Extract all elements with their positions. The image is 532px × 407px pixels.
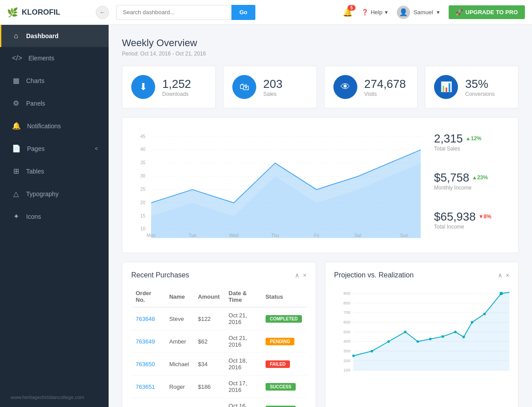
date-cell: Oct 21, 2016	[224, 307, 261, 330]
svg-text:Thu: Thu	[271, 233, 279, 238]
svg-text:30: 30	[141, 174, 146, 178]
date-cell: Oct 16, 2016	[224, 398, 261, 407]
back-button[interactable]: ←	[96, 6, 109, 19]
svg-text:25: 25	[141, 187, 146, 192]
total-income-trend: ▼8%	[478, 213, 491, 220]
projection-card: Projection vs. Realization ∧ × 900 800 7…	[325, 262, 519, 407]
svg-point-52	[462, 336, 465, 338]
search-area: Go	[116, 5, 293, 20]
collapse-icon[interactable]: ∧	[295, 272, 299, 279]
help-button[interactable]: ❓ Help ▾	[361, 9, 388, 16]
table-row: 763651 Roger $186 Oct 17, 2016 SUCCESS	[131, 375, 307, 398]
footer-text: www.heritagechristiancollege.com	[11, 395, 84, 400]
notification-button[interactable]: 🔔 5	[343, 8, 352, 17]
name-cell: Smith	[165, 398, 194, 407]
status-badge: FAILED	[266, 360, 290, 368]
projection-title: Projection vs. Realization	[334, 271, 414, 279]
purchases-controls: ∧ ×	[295, 272, 306, 279]
sidebar-label-dashboard: Dashboard	[26, 32, 59, 40]
sidebar-label-charts: Charts	[26, 77, 44, 84]
monthly-income-label: Monthly Income	[434, 185, 509, 191]
sidebar-item-panels[interactable]: ⚙ Panels	[0, 92, 109, 115]
sidebar-item-dashboard[interactable]: ⌂ Dashboard	[0, 25, 109, 47]
amount-cell: $122	[193, 307, 224, 330]
sidebar-item-tables[interactable]: ⊞ Tables	[0, 160, 109, 182]
help-label: Help	[371, 9, 383, 16]
projection-controls: ∧ ×	[498, 272, 509, 279]
monthly-income-stat: $5,758 ▲23% Monthly Income	[434, 171, 509, 191]
sidebar-item-typography[interactable]: △ Typography	[0, 182, 109, 205]
svg-text:45: 45	[141, 134, 146, 139]
status-cell: PENDING	[261, 330, 307, 353]
downloads-icon-circle: ⬇	[131, 75, 155, 99]
sidebar-label-panels: Panels	[26, 100, 45, 107]
user-label: Samuel	[414, 9, 433, 16]
purchases-table: Order No. Name Amount Date & Time Status…	[131, 286, 307, 407]
order-link[interactable]: 763649	[136, 338, 155, 345]
downloads-label: Downloads	[162, 91, 191, 97]
svg-text:300: 300	[343, 348, 350, 353]
logo: 🌿 KLOROFIL	[7, 7, 96, 18]
amount-cell: $186	[193, 375, 224, 398]
visits-value: 274,678	[364, 77, 406, 91]
upgrade-icon: 🚀	[456, 9, 463, 16]
sidebar-item-notifications[interactable]: 🔔 Notifications	[0, 115, 109, 137]
layout: ⌂ Dashboard </> Elements ▦ Charts ⚙ Pane…	[0, 25, 532, 407]
main-content: Weekly Overview Period: Oct 14, 2016 - O…	[109, 25, 532, 407]
svg-point-51	[454, 331, 457, 333]
user-chevron-icon: ▾	[437, 9, 440, 16]
stat-info-conversions: 35% Conversions	[465, 77, 495, 97]
date-cell: Oct 21, 2016	[224, 330, 261, 353]
overview-title: Weekly Overview	[122, 37, 519, 49]
chart-stats-panel: 2,315 ▲12% Total Sales $5,758 ▲23% Month…	[430, 126, 509, 244]
name-cell: Amber	[165, 330, 194, 353]
projection-card-header: Projection vs. Realization ∧ ×	[334, 271, 510, 279]
total-sales-stat: 2,315 ▲12% Total Sales	[434, 132, 509, 152]
svg-text:15: 15	[141, 213, 146, 218]
sidebar-item-charts[interactable]: ▦ Charts	[0, 69, 109, 92]
sidebar-item-elements[interactable]: </> Elements	[0, 47, 109, 69]
col-order: Order No.	[131, 286, 165, 307]
overview-period: Period: Oct 14, 2016 - Oct 21, 2016	[122, 51, 519, 57]
stat-info-sales: 203 Sales	[263, 77, 282, 97]
sidebar-label-typography: Typography	[26, 190, 59, 198]
order-link[interactable]: 763648	[136, 316, 155, 322]
visits-label: Visits	[364, 91, 406, 97]
sidebar-item-pages[interactable]: 📄 Pages <	[0, 137, 109, 160]
upgrade-button[interactable]: 🚀 UPGRADE TO PRO	[449, 5, 525, 19]
sidebar-label-pages: Pages	[27, 145, 45, 152]
user-button[interactable]: 👤 Samuel ▾	[397, 6, 440, 19]
order-link[interactable]: 763650	[136, 361, 155, 367]
close-icon[interactable]: ×	[303, 272, 306, 279]
svg-point-47	[404, 331, 407, 333]
svg-text:800: 800	[343, 300, 350, 305]
projection-close-icon[interactable]: ×	[506, 272, 509, 279]
monthly-income-value: $5,758 ▲23%	[434, 171, 509, 185]
stat-info-visits: 274,678 Visits	[364, 77, 406, 97]
svg-text:200: 200	[343, 358, 350, 363]
date-cell: Oct 18, 2016	[224, 353, 261, 375]
col-amount: Amount	[193, 286, 224, 307]
amount-cell: $362	[193, 398, 224, 407]
user-avatar: 👤	[397, 6, 410, 19]
notifications-icon: 🔔	[12, 122, 21, 130]
order-link[interactable]: 763651	[136, 383, 155, 390]
order-cell: 763652	[131, 398, 165, 407]
stat-info-downloads: 1,252 Downloads	[162, 77, 191, 97]
search-button[interactable]: Go	[231, 5, 255, 20]
conversions-value: 35%	[465, 77, 495, 91]
total-sales-value: 2,315 ▲12%	[434, 132, 509, 146]
sidebar-label-notifications: Notifications	[27, 122, 61, 130]
search-input[interactable]	[116, 5, 231, 20]
projection-collapse-icon[interactable]: ∧	[498, 272, 502, 279]
svg-point-53	[470, 321, 473, 324]
name-cell: Steve	[165, 307, 194, 330]
table-row: 763652 Smith $362 Oct 16, 2016 SUCCESS	[131, 398, 307, 407]
sidebar-item-icons[interactable]: ✦ Icons	[0, 205, 109, 228]
svg-point-49	[429, 338, 431, 340]
tables-icon: ⊞	[12, 167, 20, 175]
sidebar-label-icons: Icons	[26, 213, 41, 220]
order-cell: 763649	[131, 330, 165, 353]
header-right: 🔔 5 ❓ Help ▾ 👤 Samuel ▾ 🚀 UPGRADE TO PRO	[343, 5, 525, 19]
help-icon: ❓	[361, 9, 368, 16]
